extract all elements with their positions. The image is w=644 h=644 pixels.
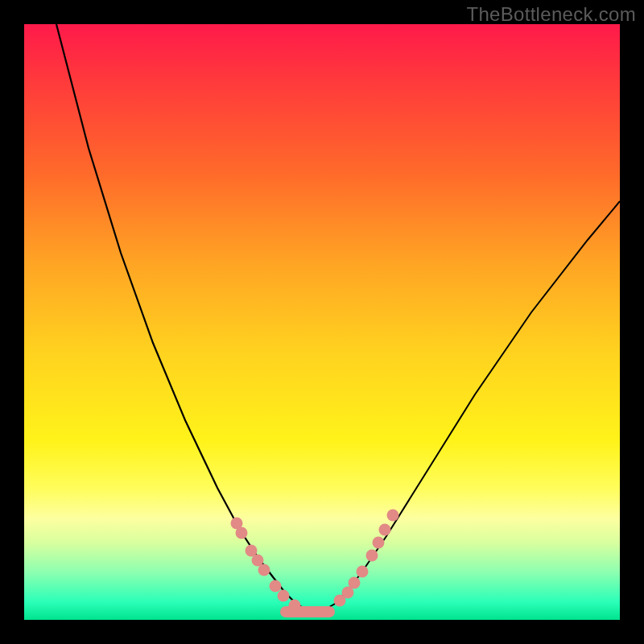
plot-area	[24, 24, 620, 620]
marker-dot	[342, 587, 354, 599]
marker-dot	[278, 590, 290, 602]
chart-container: TheBottleneck.com	[0, 0, 644, 644]
left-curve-path	[56, 24, 314, 612]
marker-dot	[387, 510, 399, 522]
marker-dot	[270, 580, 282, 592]
marker-dot	[334, 595, 346, 607]
marker-dot	[246, 545, 258, 557]
marker-dot	[252, 555, 264, 567]
marker-dot	[231, 518, 243, 530]
marker-dot	[349, 577, 361, 589]
marker-dot	[366, 550, 378, 562]
bottom-bar-rect	[280, 606, 335, 617]
curve-svg	[24, 24, 620, 620]
marker-dot	[379, 524, 391, 536]
watermark-text: TheBottleneck.com	[466, 3, 636, 26]
left-markers-group	[231, 518, 301, 612]
right-markers-group	[334, 510, 399, 607]
marker-dot	[258, 564, 270, 576]
marker-dot	[236, 527, 248, 539]
marker-dot	[373, 537, 385, 549]
marker-dot	[289, 600, 301, 612]
right-curve-path	[314, 201, 620, 612]
marker-dot	[357, 566, 369, 578]
